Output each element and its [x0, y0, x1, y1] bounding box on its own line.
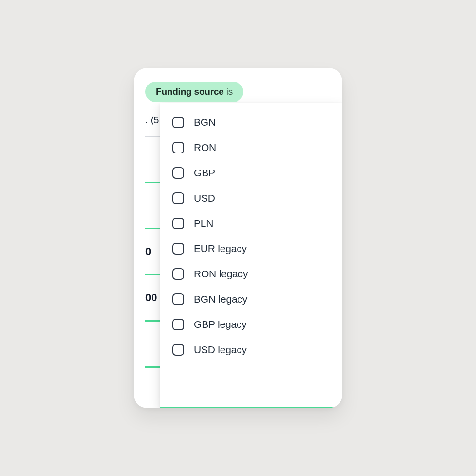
option-label: BGN legacy — [194, 293, 247, 305]
option-label: BGN — [194, 117, 216, 128]
option-ron-legacy[interactable]: RON legacy — [160, 261, 342, 287]
option-bgn[interactable]: BGN — [160, 110, 342, 135]
option-label: EUR legacy — [194, 243, 247, 255]
checkbox-icon[interactable] — [172, 344, 184, 356]
option-label: PLN — [194, 218, 213, 229]
option-usd-legacy[interactable]: USD legacy — [160, 337, 342, 362]
checkbox-icon[interactable] — [172, 117, 184, 128]
option-eur-legacy[interactable]: EUR legacy — [160, 236, 342, 261]
checkbox-icon[interactable] — [172, 319, 184, 330]
filter-label-bold: Funding source — [156, 86, 224, 97]
checkbox-icon[interactable] — [172, 243, 184, 255]
option-label: RON legacy — [194, 268, 248, 280]
checkbox-icon[interactable] — [172, 218, 184, 229]
card-container: . (5 0 00 Funding source is BGN RON GBP … — [134, 68, 342, 408]
option-label: GBP — [194, 167, 215, 179]
checkbox-icon[interactable] — [172, 192, 184, 204]
checkbox-icon[interactable] — [172, 293, 184, 305]
option-ron[interactable]: RON — [160, 135, 342, 160]
option-pln[interactable]: PLN — [160, 211, 342, 236]
checkbox-icon[interactable] — [172, 167, 184, 179]
option-label: RON — [194, 142, 216, 153]
option-gbp-legacy[interactable]: GBP legacy — [160, 312, 342, 337]
filter-label-suffix: is — [224, 86, 233, 97]
dropdown-panel: BGN RON GBP USD PLN EUR legacy RON legac… — [160, 103, 342, 408]
option-label: GBP legacy — [194, 319, 247, 330]
checkbox-icon[interactable] — [172, 268, 184, 280]
option-label: USD — [194, 192, 215, 204]
option-label: USD legacy — [194, 344, 247, 356]
checkbox-icon[interactable] — [172, 142, 184, 153]
option-gbp[interactable]: GBP — [160, 160, 342, 186]
option-bgn-legacy[interactable]: BGN legacy — [160, 287, 342, 312]
filter-pill[interactable]: Funding source is — [145, 82, 243, 102]
option-usd[interactable]: USD — [160, 186, 342, 211]
